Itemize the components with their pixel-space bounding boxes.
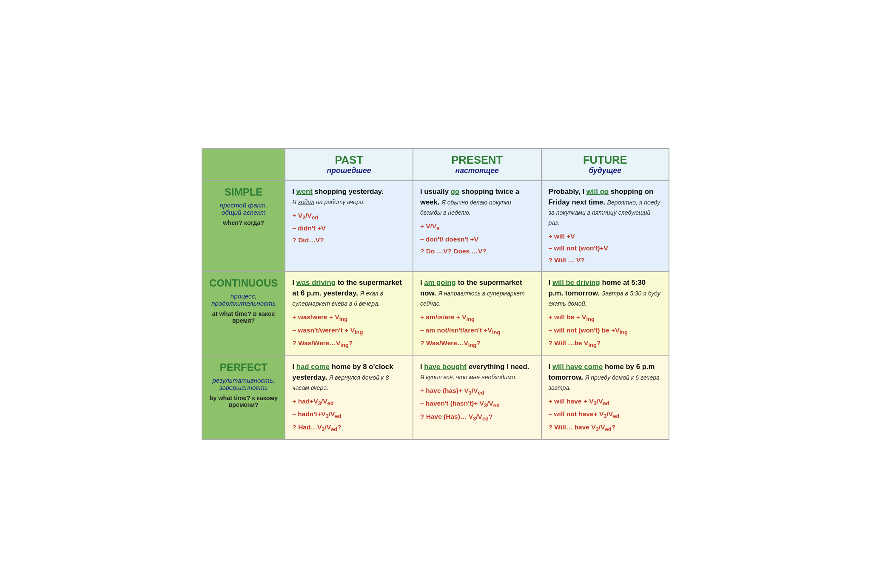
header-future: FUTURE будущее: [541, 148, 669, 181]
continuous-present-formulas: + am/is/are + Ving – am not/isn't/aren't…: [420, 311, 534, 350]
perfect-past-formulas: + had+V3/Ved – hadn't+V3/Ved ? Had…V3/Ve…: [292, 395, 406, 434]
continuous-label-en: CONTINUOUS: [209, 277, 278, 289]
perfect-label-en: PERFECT: [209, 361, 278, 373]
perfect-present-sentence-ru: Я купил всё, что мне необходимо.: [420, 374, 517, 381]
simple-label-en: SIMPLE: [209, 186, 278, 198]
simple-past-pos: + V2/Ved: [292, 210, 406, 222]
perfect-label-ru: результативность, завершённость: [209, 377, 278, 391]
simple-future-formulas: + will +V – will not (won't)+V ? Will … …: [549, 230, 662, 266]
simple-label-when: when? когда?: [209, 219, 278, 226]
continuous-future-q: ? Will …be Ving?: [549, 337, 662, 350]
perfect-present-cell: I have bought everything I need. Я купил…: [413, 356, 541, 440]
continuous-past-pos: + was/were + Ving: [292, 311, 406, 324]
header-past: PAST прошедшее: [285, 148, 413, 181]
perfect-past-pos: + had+V3/Ved: [292, 395, 406, 408]
perfect-present-sentence-en: I have bought everything I need.: [420, 363, 529, 371]
simple-present-formulas: + V/Vs – don't/ doesn't +V ? Do …V? Does…: [420, 220, 534, 257]
continuous-label: CONTINUOUS процесс, продолжительность at…: [202, 272, 285, 356]
perfect-present-pos: + have (has)+ V3/Ved: [420, 385, 534, 398]
perfect-future-pos: + will have + V3/Ved: [549, 395, 662, 408]
perfect-past-neg: – hadn't+V3/Ved: [292, 408, 406, 421]
perfect-present-verb: have bought: [424, 363, 467, 371]
perfect-past-q: ? Had…V3/Ved?: [292, 421, 406, 434]
continuous-future-verb: will be driving: [552, 278, 600, 287]
perfect-label: PERFECT результативность, завершённость …: [202, 356, 285, 440]
simple-past-sentence-ru: Я ходил на работу вчера.: [292, 199, 364, 205]
continuous-label-ru: процесс, продолжительность: [209, 293, 278, 307]
past-header-en: PAST: [292, 154, 406, 166]
continuous-future-pos: + will be + Ving: [549, 311, 662, 324]
future-header-en: FUTURE: [549, 154, 662, 166]
simple-past-q: ? Did…V?: [292, 234, 406, 246]
simple-present-neg: – don't/ doesn't +V: [420, 233, 534, 245]
simple-future-q: ? Will … V?: [549, 254, 662, 266]
perfect-past-cell: I had come home by 8 o'clock yesterday. …: [285, 356, 413, 440]
continuous-past-sentence-en: I was driving to the supermarket at 6 p.…: [292, 278, 401, 297]
continuous-future-formulas: + will be + Ving – will not (won't) be +…: [549, 311, 662, 350]
continuous-past-q: ? Was/Were…Ving?: [292, 337, 406, 350]
perfect-present-q: ? Have (Has)… V3/Ved?: [420, 411, 534, 423]
perfect-present-neg: – haven't (hasn't)+ V3/Ved: [420, 398, 534, 410]
continuous-present-cell: I am going to the supermarket now. Я нап…: [413, 272, 541, 356]
perfect-future-cell: I will have come home by 6 p.m tomorrow.…: [541, 356, 669, 440]
continuous-past-formulas: + was/were + Ving – wasn't/weren't + Vin…: [292, 311, 406, 350]
simple-label: SIMPLE простой факт, общий аспект when? …: [202, 181, 285, 272]
continuous-label-when: at what time? в какое время?: [209, 310, 278, 324]
continuous-future-cell: I will be driving home at 5:30 p.m. tomo…: [541, 272, 669, 356]
simple-past-formulas: + V2/Ved – didn't +V ? Did…V?: [292, 210, 406, 246]
perfect-past-verb: had come: [296, 363, 330, 371]
header-label-cell: [202, 148, 285, 181]
past-header-ru: прошедшее: [292, 166, 406, 175]
continuous-present-neg: – am not/isn't/aren't +Ving: [420, 324, 534, 337]
perfect-future-neg: – will not have+ V3/Ved: [549, 408, 662, 421]
simple-past-verb-ru: ходил: [298, 199, 314, 205]
perfect-label-when: by what time? к какому времени?: [209, 395, 278, 408]
perfect-future-formulas: + will have + V3/Ved – will not have+ V3…: [549, 395, 662, 434]
grammar-table: PAST прошедшее PRESENT настоящее FUTURE …: [202, 148, 669, 440]
continuous-past-cell: I was driving to the supermarket at 6 p.…: [285, 272, 413, 356]
simple-future-neg: – will not (won't)+V: [549, 242, 662, 254]
continuous-present-pos: + am/is/are + Ving: [420, 311, 534, 324]
perfect-future-q: ? Will… have V3/Ved?: [549, 421, 662, 434]
continuous-present-verb: am going: [424, 278, 456, 287]
simple-present-cell: I usually go shopping twice a week. Я об…: [413, 181, 541, 272]
perfect-future-verb: will have come: [552, 363, 603, 371]
simple-past-cell: I went shopping yesterday. Я ходил на ра…: [285, 181, 413, 272]
present-header-ru: настоящее: [420, 166, 534, 175]
simple-future-cell: Probably, I will go shopping on Friday n…: [541, 181, 669, 272]
simple-past-sentence-en: I went shopping yesterday.: [292, 187, 383, 196]
future-header-ru: будущее: [549, 166, 662, 175]
simple-label-ru: простой факт, общий аспект: [209, 202, 278, 216]
continuous-present-q: ? Was/Were…Ving?: [420, 337, 534, 350]
simple-future-verb: will go: [586, 187, 609, 196]
continuous-future-neg: – will not (won't) be +Ving: [549, 324, 662, 337]
continuous-past-verb: was driving: [296, 278, 336, 287]
simple-future-pos: + will +V: [549, 230, 662, 242]
perfect-present-formulas: + have (has)+ V3/Ved – haven't (hasn't)+…: [420, 385, 534, 423]
simple-present-pos: + V/Vs: [420, 220, 534, 233]
present-header-en: PRESENT: [420, 154, 534, 166]
simple-past-verb: went: [296, 187, 313, 196]
simple-present-q: ? Do …V? Does …V?: [420, 245, 534, 257]
header-present: PRESENT настоящее: [413, 148, 541, 181]
simple-past-neg: – didn't +V: [292, 222, 406, 234]
continuous-past-neg: – wasn't/weren't + Ving: [292, 324, 406, 337]
simple-present-verb: go: [451, 187, 460, 196]
